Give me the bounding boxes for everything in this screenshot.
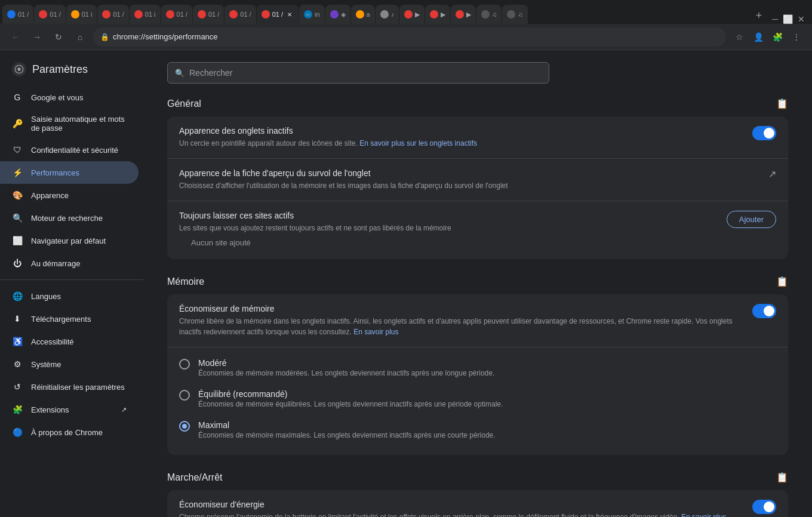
sidebar-icon-search: 🔍 <box>12 213 23 223</box>
browser-tab-t8[interactable]: 01 / <box>224 5 256 24</box>
home-button[interactable]: ⌂ <box>72 29 88 45</box>
sidebar-icon-system: ⚙ <box>12 359 23 370</box>
search-icon: 🔍 <box>175 69 184 78</box>
browser-tab-t16[interactable]: ▶ <box>451 5 476 24</box>
sidebar-item-performances[interactable]: ⚡ Performances <box>0 161 139 184</box>
address-text: chrome://settings/performance <box>113 32 719 41</box>
sidebar-label-startup: Au démarrage <box>31 259 127 268</box>
sidebar-icon-reset: ↺ <box>12 381 23 392</box>
browser-tab-t14[interactable]: ▶ <box>399 5 425 24</box>
add-site-button[interactable]: Ajouter <box>727 211 776 228</box>
browser-tab-t2[interactable]: 01 / <box>34 5 65 24</box>
sidebar-item-appearance[interactable]: 🎨 Apparence <box>0 184 139 207</box>
sidebar-label-appearance: Apparence <box>31 191 127 200</box>
tab-preview-desc: Choisissez d'afficher l'utilisation de l… <box>179 180 759 191</box>
tab-preview-external-icon[interactable]: ↗ <box>768 168 776 180</box>
sidebar-item-reset[interactable]: ↺ Réinitialiser les paramètres <box>0 376 139 398</box>
svg-point-1 <box>17 67 20 70</box>
radio-balanced-text: Équilibré (recommandé) Économies de mémo… <box>198 389 503 408</box>
energy-saver-control <box>752 500 776 514</box>
nav-bar: ← → ↻ ⌂ 🔒 chrome://settings/performance … <box>0 24 812 50</box>
memory-saver-toggle[interactable] <box>752 304 776 318</box>
energy-saver-toggle[interactable] <box>752 500 776 514</box>
extensions-button[interactable]: 🧩 <box>769 29 786 45</box>
sidebar-icon-google: G <box>12 92 23 103</box>
search-bar[interactable]: 🔍 <box>167 62 549 84</box>
radio-maximum-desc: Économies de mémoire maximales. Les ongl… <box>198 431 496 439</box>
sidebar-item-browser[interactable]: ⬜ Navigateur par défaut <box>0 229 139 252</box>
sidebar-item-system[interactable]: ⚙ Système <box>0 353 139 376</box>
restore-button[interactable]: ⬜ <box>783 14 793 24</box>
browser-tab-t5[interactable]: 01 i <box>130 5 161 24</box>
sidebar-item-downloads[interactable]: ⬇ Téléchargements <box>0 307 139 330</box>
minimize-button[interactable]: ─ <box>772 14 778 24</box>
sidebar-label-privacy: Confidentialité et sécurité <box>31 146 127 155</box>
sidebar-item-google[interactable]: G Google et vous <box>0 86 139 109</box>
power-section-title: Marche/Arrêt <box>167 472 222 483</box>
general-section: Général 📋 Apparence des onglets inactifs… <box>167 98 788 259</box>
radio-balanced-desc: Économies de mémoire équilibrées. Les on… <box>198 400 503 408</box>
browser-tab-t18[interactable]: ♫ <box>502 5 527 24</box>
sidebar-item-search[interactable]: 🔍 Moteur de recherche <box>0 207 139 229</box>
sidebar-label-google: Google et vous <box>31 93 127 102</box>
close-button[interactable]: ✕ <box>798 14 805 24</box>
sidebar-item-extensions[interactable]: 🧩 Extensions ↗ <box>0 398 139 421</box>
energy-saver-link[interactable]: En savoir plus <box>681 513 726 517</box>
sidebar-item-autofill[interactable]: 🔑 Saisie automatique et mots de passe <box>0 109 139 139</box>
sidebar-item-languages[interactable]: 🌐 Langues <box>0 285 139 307</box>
radio-balanced-button[interactable] <box>179 390 190 401</box>
inactive-tabs-link[interactable]: En savoir plus sur les onglets inactifs <box>359 139 477 147</box>
reload-button[interactable]: ↻ <box>50 29 67 45</box>
general-section-card: Apparence des onglets inactifs Un cercle… <box>167 116 788 259</box>
browser-chrome: 01 / 01 / 01 i 01 / 01 i 01 / 01 / 01 / … <box>0 0 812 50</box>
bookmark-button[interactable]: ☆ <box>731 29 748 45</box>
sidebar-item-about[interactable]: 🔵 À propos de Chrome <box>0 421 139 444</box>
always-active-desc: Les sites que vous ajoutez restent toujo… <box>179 223 717 233</box>
forward-button[interactable]: → <box>29 29 45 45</box>
sidebar-label-performances: Performances <box>31 168 127 177</box>
search-input[interactable] <box>189 68 542 78</box>
sidebar-item-privacy[interactable]: 🛡 Confidentialité et sécurité <box>0 139 139 161</box>
inactive-tabs-toggle[interactable] <box>752 126 776 140</box>
browser-tab-t4[interactable]: 01 / <box>97 5 128 24</box>
memory-radio-group: Modéré Économies de mémoire modérées. Le… <box>167 347 788 455</box>
sidebar-label-languages: Langues <box>31 292 127 301</box>
browser-tab-t17[interactable]: ♫ <box>476 5 502 24</box>
general-help-icon[interactable]: 📋 <box>776 98 788 109</box>
profile-button[interactable]: 👤 <box>750 29 767 45</box>
address-bar[interactable]: 🔒 chrome://settings/performance <box>93 27 726 47</box>
always-active-header: Toujours laisser ces sites actifs Les si… <box>179 211 776 233</box>
browser-tab-t7[interactable]: 01 / <box>193 5 224 24</box>
main-area: Paramètres G Google et vous 🔑 Saisie aut… <box>0 50 812 517</box>
browser-tab-t11[interactable]: ◈ <box>325 5 350 24</box>
tab-preview-text: Apparence de la fiche d'aperçu du survol… <box>179 168 759 191</box>
always-active-label: Toujours laisser ces sites actifs <box>179 211 717 220</box>
sidebar-items: G Google et vous 🔑 Saisie automatique et… <box>0 86 143 444</box>
back-button[interactable]: ← <box>7 29 24 45</box>
sidebar-item-accessibility[interactable]: ♿ Accessibilité <box>0 330 139 353</box>
browser-tab-t9[interactable]: 01 / ✕ <box>257 5 299 24</box>
browser-tab-t1[interactable]: 01 / <box>2 5 33 24</box>
memory-help-icon[interactable]: 📋 <box>776 276 788 287</box>
sidebar-icon-appearance: 🎨 <box>12 190 23 201</box>
browser-tab-t3[interactable]: 01 i <box>66 5 97 24</box>
browser-tab-t15[interactable]: ▶ <box>425 5 450 24</box>
sidebar-icon-startup: ⏻ <box>12 258 23 269</box>
radio-moderate-text: Modéré Économies de mémoire modérées. Le… <box>198 358 494 377</box>
browser-tab-t12[interactable]: a <box>351 5 375 24</box>
radio-moderate-button[interactable] <box>179 359 190 370</box>
sidebar-item-startup[interactable]: ⏻ Au démarrage <box>0 252 139 275</box>
tab-preview-label: Apparence de la fiche d'aperçu du survol… <box>179 168 759 178</box>
browser-tab-t13[interactable]: ♪ <box>376 5 399 24</box>
menu-button[interactable]: ⋮ <box>788 29 805 45</box>
power-help-icon[interactable]: 📋 <box>776 472 788 483</box>
browser-tab-t6[interactable]: 01 / <box>161 5 192 24</box>
tab-close-icon[interactable]: ✕ <box>285 10 294 19</box>
sidebar-header: Paramètres <box>0 55 143 86</box>
memory-saver-link[interactable]: En savoir plus <box>353 328 398 336</box>
sidebar-label-browser: Navigateur par défaut <box>31 236 127 245</box>
power-section-header: Marche/Arrêt 📋 <box>167 472 788 483</box>
radio-maximum-button[interactable] <box>179 421 190 432</box>
new-tab-button[interactable]: + <box>751 7 767 24</box>
browser-tab-t10[interactable]: in in <box>299 5 325 24</box>
